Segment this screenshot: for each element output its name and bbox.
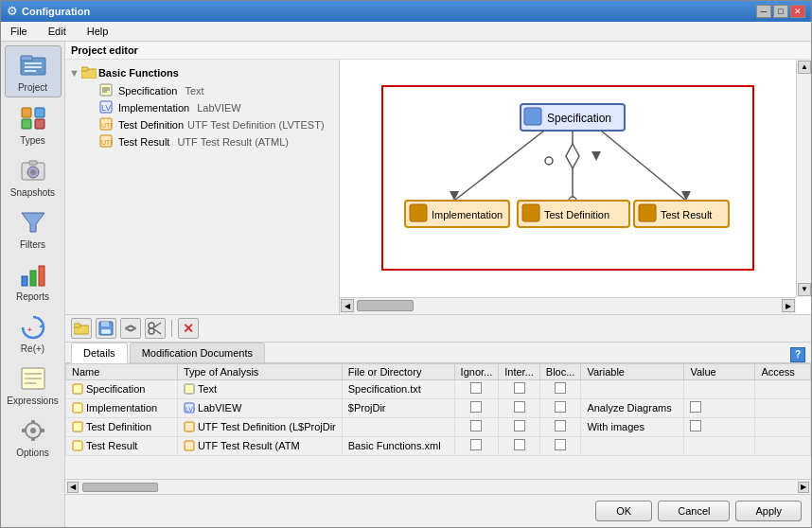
sidebar-item-expressions[interactable]: Expressions: [5, 360, 62, 410]
check-bloc-1[interactable]: [555, 382, 566, 394]
svg-rect-26: [31, 437, 35, 441]
tab-modification-documents[interactable]: Modification Documents: [130, 343, 265, 362]
check-bloc-3[interactable]: [555, 420, 566, 431]
check-ignore-2[interactable]: [470, 401, 482, 413]
tree-root[interactable]: Basic Functions: [98, 67, 179, 79]
snapshots-icon: [18, 155, 48, 185]
svg-text:Specification: Specification: [547, 112, 611, 125]
toolbar: ✕: [65, 315, 811, 343]
svg-marker-17: [39, 323, 44, 327]
svg-text:UTF: UTF: [101, 122, 113, 129]
menu-file[interactable]: File: [5, 24, 33, 39]
filters-icon: [18, 207, 48, 238]
svg-text:Implementation: Implementation: [432, 209, 503, 220]
check-ignore-3[interactable]: [470, 420, 482, 431]
svg-point-67: [125, 326, 129, 330]
tree-panel: ▼ Basic Functions: [65, 60, 340, 314]
menu-help[interactable]: Help: [81, 24, 115, 39]
details-table: Name Type of Analysis File or Directory …: [65, 363, 811, 456]
apply-button[interactable]: Apply: [735, 501, 802, 521]
maximize-button[interactable]: □: [773, 5, 788, 18]
sidebar-item-project[interactable]: Project: [5, 45, 62, 97]
table-row[interactable]: Implementation LV LabVIEW $ProjDir: [66, 398, 811, 417]
sidebar-item-recalc[interactable]: + Re(+): [5, 308, 62, 358]
svg-text:UTF: UTF: [101, 139, 113, 146]
sidebar-item-filters[interactable]: Filters: [5, 203, 62, 254]
svg-rect-63: [74, 324, 80, 327]
table-row[interactable]: Test Definition UTF Test Definition (L$P…: [66, 417, 811, 436]
sidebar-label-project: Project: [18, 82, 47, 93]
tree-item-testresult[interactable]: UTF Test Result UTF Test Result (ATML): [69, 133, 335, 150]
recalc-icon: +: [18, 311, 48, 342]
svg-line-48: [601, 131, 686, 201]
sidebar-label-types: Types: [20, 135, 45, 146]
table-row[interactable]: Test Result UTF Test Result (ATM Basic F…: [66, 436, 811, 455]
col-value: Value: [684, 363, 755, 379]
check-value-3[interactable]: [690, 420, 701, 431]
svg-rect-65: [101, 322, 109, 326]
reports-icon: [18, 259, 48, 290]
table-hscrollbar[interactable]: ◀ ▶: [65, 479, 811, 494]
col-inter: Inter...: [499, 363, 540, 379]
svg-text:LV: LV: [185, 406, 193, 413]
tool-link-button[interactable]: [120, 318, 141, 339]
svg-line-44: [454, 131, 544, 201]
svg-point-11: [30, 169, 36, 175]
tool-save-button[interactable]: [96, 318, 116, 339]
table-row[interactable]: Specification Text Specification.txt: [66, 379, 811, 398]
close-button[interactable]: ✕: [790, 5, 805, 18]
svg-rect-42: [524, 108, 541, 125]
check-inter-4[interactable]: [514, 439, 525, 450]
expressions-icon: [18, 363, 48, 394]
svg-marker-52: [591, 151, 601, 161]
window-title: Configuration: [22, 6, 90, 17]
check-value-2[interactable]: [690, 401, 701, 413]
col-bloc: Bloc...: [539, 363, 581, 379]
col-variable: Variable: [581, 363, 684, 379]
tool-delete-button[interactable]: ✕: [178, 318, 199, 339]
check-inter-2[interactable]: [514, 401, 525, 413]
svg-point-24: [30, 428, 36, 433]
svg-rect-6: [35, 108, 44, 117]
ok-button[interactable]: OK: [595, 501, 652, 521]
tree-item-testdefinition[interactable]: UTF Test Definition UTF Test Definition …: [69, 116, 335, 133]
sidebar-label-snapshots: Snapshots: [10, 187, 55, 198]
svg-text:LV: LV: [101, 103, 111, 113]
cancel-button[interactable]: Cancel: [658, 501, 730, 521]
svg-point-51: [545, 157, 553, 165]
tree-item-implementation[interactable]: LV Implementation LabVIEW: [69, 99, 335, 116]
check-bloc-4[interactable]: [555, 439, 566, 450]
svg-rect-60: [639, 204, 656, 221]
tool-open-button[interactable]: [71, 318, 92, 339]
svg-rect-15: [30, 271, 36, 286]
toolbar-separator: [171, 320, 172, 337]
svg-point-68: [132, 326, 136, 330]
check-inter-3[interactable]: [514, 420, 525, 431]
svg-text:Test Result: Test Result: [661, 209, 712, 220]
minimize-button[interactable]: ─: [756, 5, 771, 18]
svg-rect-75: [73, 403, 82, 413]
diagram-panel: ▲ ▼ ◀ ▶: [340, 60, 811, 314]
tree-item-specification[interactable]: Specification Text: [69, 82, 335, 99]
help-icon[interactable]: ?: [790, 347, 805, 362]
sidebar-label-options: Options: [16, 448, 48, 458]
svg-point-69: [149, 323, 154, 328]
types-icon: [18, 103, 48, 133]
tool-scissors-button[interactable]: [145, 318, 166, 339]
svg-marker-49: [681, 191, 691, 201]
svg-rect-80: [73, 441, 82, 450]
check-ignore-4[interactable]: [470, 439, 482, 450]
col-type: Type of Analysis: [177, 363, 342, 379]
svg-rect-16: [39, 266, 44, 286]
sidebar-item-options[interactable]: Options: [5, 412, 62, 462]
check-bloc-2[interactable]: [555, 401, 566, 413]
sidebar-item-reports[interactable]: Reports: [5, 255, 62, 306]
svg-rect-7: [22, 119, 31, 129]
check-inter-1[interactable]: [514, 382, 525, 394]
tab-details[interactable]: Details: [71, 343, 128, 363]
check-ignore-1[interactable]: [470, 382, 482, 394]
svg-rect-30: [81, 67, 88, 71]
sidebar-item-snapshots[interactable]: Snapshots: [5, 151, 62, 202]
sidebar-item-types[interactable]: Types: [5, 99, 62, 150]
menu-edit[interactable]: Edit: [43, 24, 72, 39]
